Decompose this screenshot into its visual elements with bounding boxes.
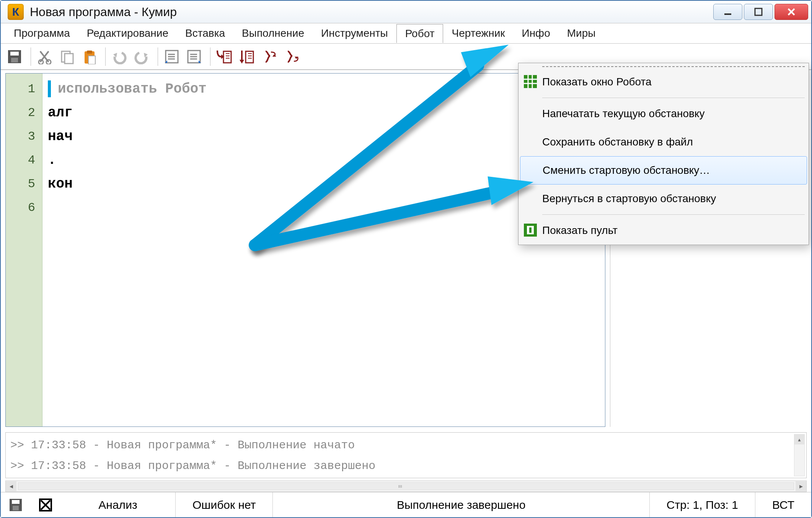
status-save-icon[interactable] [5,495,26,515]
menu-tools[interactable]: Инструменты [313,24,396,42]
code-keyword: алг [48,105,73,121]
status-insert-mode: ВСТ [755,492,811,517]
window-buttons [712,4,808,20]
menu-info[interactable]: Инфо [514,24,559,42]
step-run-icon [238,49,255,64]
scroll-right-icon[interactable]: ▸ [796,481,806,491]
brace-close-icon [283,49,298,64]
svg-rect-11 [88,56,95,64]
status-errors: Ошибок нет [175,492,272,517]
toolbar-indent-left[interactable] [162,47,182,67]
dd-print-env[interactable]: Напечатать текущую обстановку [519,100,809,128]
dd-change-start-env[interactable]: Сменить стартовую обстановку… [520,156,807,185]
code-editor[interactable]: 1 2 3 4 5 6 использовать Робот алг нач .… [5,73,605,427]
menu-insert[interactable]: Вставка [177,24,233,42]
toolbar-step-into[interactable] [214,47,234,67]
dd-show-remote[interactable]: Показать пульт [519,216,809,245]
console-output[interactable]: >> 17:33:58 - Новая программа* - Выполне… [5,432,807,478]
dd-label: Сменить стартовую обстановку… [543,164,710,176]
menu-robot[interactable]: Робот [396,24,444,43]
code-keyword: . [48,152,56,168]
toolbar-cut[interactable] [35,47,55,67]
cut-icon [37,49,52,64]
indent-left-icon [164,49,179,64]
toolbar-indent-right[interactable] [184,47,204,67]
robot-dropdown: Показать окно Робота Напечатать текущую … [518,63,809,245]
toolbar-redo[interactable] [132,47,152,67]
dropdown-sep [542,66,805,67]
console-vscrollbar[interactable]: ▴ [794,434,805,476]
uses-bar-icon [48,80,51,97]
save-icon [7,49,23,65]
svg-rect-23 [529,227,532,233]
toolbar-sep [31,47,31,66]
toolbar-step-run[interactable] [236,47,256,67]
line-number: 1 [6,77,35,101]
code-line [48,196,600,220]
toolbar-sep [210,47,210,66]
menu-program[interactable]: Программа [5,24,78,42]
toolbar-paste[interactable] [79,47,99,67]
menu-execute[interactable]: Выполнение [233,24,313,42]
line-number: 5 [6,172,35,196]
code-keyword: кон [48,176,73,192]
code-line: . [48,149,600,172]
undo-icon [111,49,128,64]
toolbar-brace-open[interactable] [259,47,279,67]
dd-label: Показать окно Робота [542,76,652,88]
code-line: нач [48,125,600,149]
console-line: >> 17:33:58 - Новая программа* - Выполне… [10,456,802,476]
dd-show-robot-window[interactable]: Показать окно Робота [519,68,809,96]
maximize-icon [754,8,763,16]
scroll-up-icon[interactable]: ▴ [794,435,804,444]
dd-label: Показать пульт [542,224,618,237]
svg-rect-15 [246,51,253,63]
svg-rect-17 [12,500,20,504]
dd-label: Вернуться в стартовую обстановку [542,193,716,205]
svg-rect-0 [724,13,731,15]
code-line: алг [48,101,600,125]
line-number: 6 [6,196,35,220]
indent-right-icon [186,49,202,64]
svg-rect-18 [13,506,19,510]
svg-rect-8 [65,54,73,64]
uses-text: использовать Робот [58,81,207,97]
toolbar-sep [158,47,158,66]
status-position: Стр: 1, Поз: 1 [649,492,755,517]
copy-icon [59,49,75,64]
svg-rect-20 [524,75,537,88]
toolbar-save[interactable] [5,47,24,67]
line-number: 4 [6,149,35,172]
close-button[interactable] [774,4,808,20]
scroll-track[interactable]: ııı [18,482,794,490]
console-hscrollbar[interactable]: ◂ ııı ▸ [5,480,807,492]
scroll-left-icon[interactable]: ◂ [6,481,16,491]
toolbar-undo[interactable] [109,47,129,67]
brace-open-icon [261,49,276,64]
close-icon [787,7,796,16]
menu-edit[interactable]: Редактирование [78,24,177,42]
menu-worlds[interactable]: Миры [559,24,604,42]
app-icon: К [8,4,24,20]
dd-return-start-env[interactable]: Вернуться в стартовую обстановку [519,185,809,213]
statusbar: Анализ Ошибок нет Выполнение завершено С… [1,492,811,517]
toolbar-brace-close[interactable] [281,47,301,67]
menubar: Программа Редактирование Вставка Выполне… [1,23,811,44]
status-analysis: Анализ [60,492,175,517]
dd-label: Сохранить обстановку в файл [542,136,693,148]
maximize-button[interactable] [744,4,773,20]
dd-save-env[interactable]: Сохранить обстановку в файл [519,128,809,156]
svg-rect-4 [11,58,18,62]
redo-icon [133,49,150,64]
dd-label: Напечатать текущую обстановку [542,108,704,120]
toolbar-copy[interactable] [57,47,77,67]
status-stop-icon[interactable] [35,495,56,515]
titlebar: К Новая программа - Кумир [1,1,811,23]
paste-icon [82,49,97,64]
svg-rect-10 [87,51,92,54]
console-line: >> 17:33:58 - Новая программа* - Выполне… [10,435,802,456]
menu-drafter[interactable]: Чертежник [443,24,513,42]
minimize-icon [724,8,732,16]
minimize-button[interactable] [713,4,742,20]
line-number: 3 [6,125,35,149]
